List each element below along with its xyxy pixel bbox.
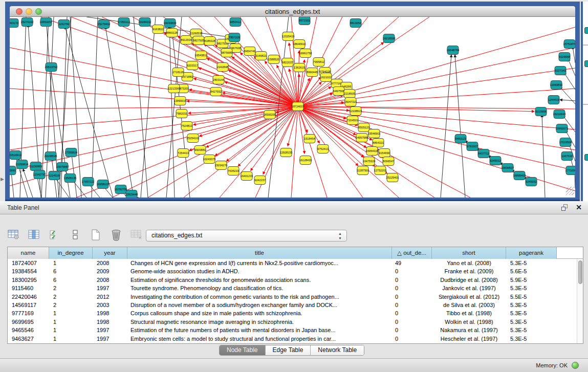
cell-name: 9777169: [8, 309, 49, 317]
graph-node-label: 2242848: [217, 65, 228, 69]
table-scrollbar[interactable]: [577, 259, 583, 343]
window-title: citations_edges.txt: [10, 8, 575, 15]
column-header-title[interactable]: title: [127, 247, 392, 259]
graph-edge: [166, 17, 182, 198]
table-body: 1872400712008Changes of HCN gene express…: [8, 259, 577, 343]
table-row[interactable]: 1938455462009Genome-wide association stu…: [8, 267, 577, 275]
table-row[interactable]: 946554611997Estimation of the future num…: [8, 326, 577, 334]
graph-node-label: 1114519: [49, 174, 60, 177]
cell-name: 19384554: [8, 267, 49, 275]
column-header-pagerank[interactable]: pagerank: [506, 247, 557, 259]
table-row[interactable]: 1456911722003Disruption of a novel membe…: [8, 301, 577, 309]
column-header-year[interactable]: year: [93, 247, 127, 259]
graph-edge: [141, 17, 156, 198]
graph-edge: [441, 55, 451, 198]
cell-name: 9465546: [8, 326, 49, 334]
column-header-short[interactable]: short: [432, 247, 506, 259]
graph-node-label: 12928155: [280, 151, 293, 154]
cell-in_degree: 2: [49, 293, 93, 301]
graph-node: [584, 60, 588, 67]
close-panel-icon[interactable]: ✕: [576, 203, 582, 211]
tab-network-table[interactable]: Network Table: [311, 345, 364, 355]
scrollbar-thumb[interactable]: [578, 260, 582, 284]
cell-pagerank: 5.9E-5: [506, 276, 557, 284]
cell-title: Genome-wide association studies in ADHD.: [127, 267, 392, 275]
cell-short: Dudbridge et al. (2008): [432, 276, 506, 284]
node-table: namein_degreeyeartitle△ out_de...shortpa…: [7, 247, 583, 344]
graph-node-label: 9163822: [153, 28, 164, 31]
graph-node-label: 10034527: [502, 166, 514, 169]
window-resize-grip[interactable]: [566, 187, 574, 195]
graph-node-label: 16033809: [164, 21, 177, 25]
table-row[interactable]: 977716911998Corpus callosum shape and si…: [8, 309, 577, 317]
table-row[interactable]: 911546021997Tourette syndrome. Phenomeno…: [8, 284, 577, 292]
graph-node-label: 9245032: [526, 180, 537, 183]
tab-node-table[interactable]: Node Table: [220, 345, 266, 355]
graph-node-label: 1621022: [320, 76, 332, 79]
table-row[interactable]: 946362711997Embryonic stem cells: a mode…: [8, 335, 577, 343]
show-columns-icon[interactable]: [28, 228, 41, 242]
graph-node-label: 20513702: [45, 65, 58, 69]
graph-node-label: 7254413: [178, 151, 189, 155]
graph-node-label: 7955812: [313, 60, 324, 63]
graph-node-label: 9900881: [194, 148, 206, 151]
graph-node-label: 16782759: [115, 188, 127, 191]
cell-in_degree: 1: [49, 259, 93, 267]
table-row[interactable]: 1830029562008Estimation of significance …: [8, 276, 577, 284]
new-table-icon[interactable]: [89, 228, 102, 242]
table-header: namein_degreeyeartitle△ out_de...shortpa…: [8, 247, 583, 259]
column-header-in_degree[interactable]: in_degree: [49, 247, 93, 259]
svg-text:✕: ✕: [138, 235, 142, 240]
graph-node-label: 17957222: [82, 180, 95, 183]
table-tabs: Node TableEdge TableNetwork Table: [219, 345, 364, 356]
graph-node-label: 16961758: [299, 52, 312, 55]
graph-node-label: 1152760: [58, 23, 69, 26]
table-row[interactable]: 969969511998Structural magnetic resonanc…: [8, 318, 577, 326]
graph-node-label: 8437712: [478, 152, 489, 155]
cell-in_degree: 1: [49, 335, 93, 343]
graph-node-label: 16648784: [447, 49, 460, 52]
graph-node-label: 25254102: [187, 137, 200, 140]
table-row[interactable]: 1872400712008Changes of HCN gene express…: [8, 259, 577, 267]
network-window-titlebar[interactable]: citations_edges.txt: [10, 6, 575, 17]
import-table-disabled-icon: ✕: [130, 228, 143, 242]
row-height-icon[interactable]: [69, 228, 82, 242]
table-settings-icon[interactable]: [7, 228, 20, 242]
network-graph[interactable]: 1872400791638228860128891293422260538982…: [10, 17, 575, 198]
network-window[interactable]: citations_edges.txt 18724007916382288601…: [5, 2, 580, 201]
graph-node-label: 16210643: [553, 113, 566, 116]
table-panel-header: Table Panel ✕: [0, 201, 588, 214]
memory-status-icon[interactable]: [572, 362, 579, 369]
graph-node-label: 9203317: [187, 64, 198, 67]
float-panel-icon[interactable]: [561, 204, 569, 211]
graph-node-label: 7982031: [176, 112, 187, 115]
table-panel-title: Table Panel: [7, 204, 39, 211]
graph-node-label: 20206536: [45, 155, 57, 158]
column-header-name[interactable]: name: [8, 247, 49, 259]
cell-year: 1998: [93, 309, 127, 317]
cell-pagerank: 5.3E-5: [506, 284, 557, 292]
graph-node-label: 12325419: [282, 35, 295, 38]
graph-edge: [10, 106, 298, 129]
network-canvas[interactable]: 1872400791638228860128891293422260538982…: [10, 17, 575, 198]
select-columns-icon[interactable]: ✓✓: [48, 228, 61, 242]
graph-node-label: 16047321: [344, 100, 357, 103]
graph-node-label: 10975887: [56, 165, 69, 168]
graph-edge: [10, 106, 298, 109]
table-row[interactable]: 2242004622012Investigating the contribut…: [8, 293, 577, 301]
graph-node-label: 9752413: [317, 147, 329, 150]
graph-node-label: 20516612: [10, 154, 21, 157]
cell-pagerank: 5.3E-5: [506, 326, 557, 334]
graph-node-label: 1518454: [304, 137, 315, 140]
table-selector-dropdown[interactable]: citations_edges.txt ▲▼: [146, 230, 347, 242]
tab-edge-table[interactable]: Edge Table: [266, 345, 311, 355]
column-header-out_degree[interactable]: △ out_de...: [392, 247, 432, 259]
background-window-edge[interactable]: [581, 2, 588, 202]
graph-node-label: 6497568: [333, 90, 344, 93]
delete-table-icon[interactable]: [110, 228, 123, 242]
cell-name: 18300295: [8, 276, 49, 284]
splitpane-collapse-icon[interactable]: ▶: [1, 177, 4, 182]
graph-node-label: 9850412: [230, 20, 241, 24]
cell-out_degree: 0: [392, 326, 432, 334]
graph-node-label: 2093170: [10, 21, 18, 25]
